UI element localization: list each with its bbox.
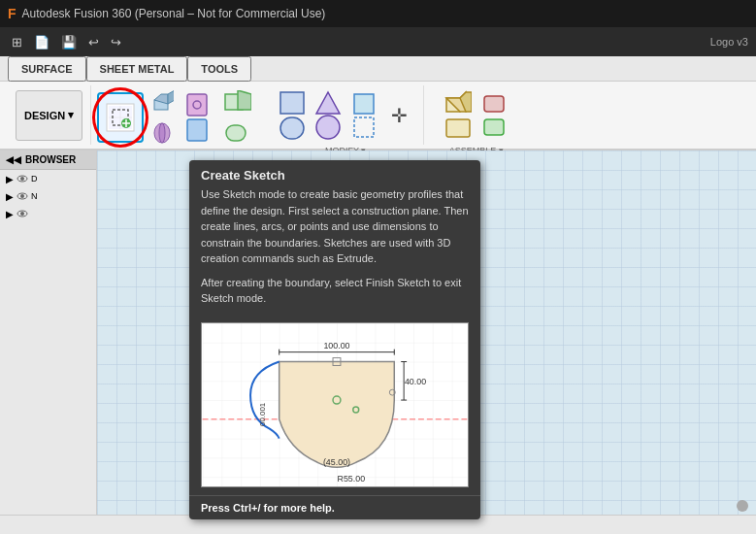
svg-rect-30 [484, 119, 504, 135]
save-button[interactable]: 💾 [57, 33, 81, 51]
tab-tools[interactable]: TOOLS [187, 56, 251, 82]
revolve-button[interactable] [148, 118, 177, 148]
svg-marker-17 [238, 90, 251, 110]
tooltip-text-2: After creating the boundary, select Fini… [201, 275, 469, 307]
expand-icon-2: ▶ [6, 209, 14, 219]
new-button[interactable]: 📄 [30, 33, 53, 51]
grid-menu-button[interactable]: ⊞ [8, 33, 26, 51]
modify-btn-3[interactable] [347, 87, 380, 144]
assemble-btn-2[interactable] [477, 87, 510, 144]
eye-icon [16, 173, 28, 184]
tooltip-footer: Press Ctrl+/ for more help. [189, 495, 480, 519]
svg-rect-29 [484, 96, 504, 112]
svg-rect-28 [446, 119, 470, 137]
modify-btn-2[interactable] [312, 87, 345, 144]
svg-marker-10 [168, 90, 174, 104]
create-btn-2[interactable] [221, 118, 254, 148]
browser-label-1: N [31, 191, 38, 201]
ribbon-content: DESIGN ▾ [0, 82, 756, 150]
tooltip-text-1: Use Sketch mode to create basic geometry… [201, 186, 469, 267]
expand-icon: ▶ [6, 174, 14, 184]
eye-icon-2 [16, 208, 28, 219]
title-bar: F Autodesk Fusion 360 (Personal – Not fo… [0, 0, 756, 27]
svg-text:40.00: 40.00 [405, 377, 426, 386]
tooltip-title: Create Sketch [189, 160, 480, 186]
browser-header: ◀◀ BROWSER [0, 150, 96, 170]
app-icon: F [8, 6, 16, 21]
sketch-icon [105, 102, 136, 133]
sketch-svg: 100.00 40.00 (45.00) R55.00 00.001 [202, 323, 468, 486]
svg-rect-19 [280, 92, 304, 114]
svg-point-32 [20, 177, 24, 181]
tooltip-body: Use Sketch mode to create basic geometry… [189, 186, 480, 315]
create-sketch-highlight [97, 92, 144, 143]
svg-text:(45.00): (45.00) [323, 457, 350, 467]
canvas[interactable]: Create Sketch Use Sketch mode to create … [97, 150, 756, 534]
tooltip-sketch-preview: 100.00 40.00 (45.00) R55.00 00.001 [201, 322, 469, 487]
tab-surface[interactable]: SURFACE [8, 56, 86, 82]
title-text: Autodesk Fusion 360 (Personal – Not for … [22, 7, 326, 20]
modify-btn-1[interactable] [276, 87, 309, 144]
design-button[interactable]: DESIGN ▾ [16, 90, 82, 141]
more-create-buttons [148, 87, 177, 148]
svg-point-36 [20, 212, 24, 216]
svg-rect-24 [354, 117, 374, 137]
create-sketch-group: CREATE ▾ [93, 85, 258, 145]
browser-item-2[interactable]: ▶ [0, 205, 96, 222]
assemble-group: ASSEMBLE ▾ [434, 85, 518, 145]
extrude-button[interactable] [148, 87, 177, 117]
browser-title: BROWSER [25, 154, 76, 165]
svg-point-34 [20, 194, 24, 198]
svg-marker-21 [316, 92, 340, 114]
svg-text:100.00: 100.00 [323, 340, 349, 350]
toolbar: SURFACE SHEET METAL TOOLS DESIGN ▾ [0, 56, 756, 150]
create-btn-1[interactable] [221, 87, 254, 117]
undo-button[interactable]: ↩ [84, 33, 103, 51]
browser-item-0[interactable]: ▶ D [0, 170, 96, 187]
browser-item-1[interactable]: ▶ N [0, 187, 96, 205]
main-area: ◀◀ BROWSER ▶ D ▶ N ▶ [0, 150, 756, 534]
modify-group: ✛ MODIFY ▾ [268, 85, 424, 145]
tooltip-popup: Create Sketch Use Sketch mode to create … [189, 160, 480, 519]
logo-label: Logo v3 [710, 36, 748, 48]
expand-icon-1: ▶ [6, 191, 14, 202]
collapse-icon[interactable]: ◀◀ [6, 154, 21, 165]
create-sketch-button[interactable] [97, 92, 144, 143]
pattern-button[interactable] [181, 89, 214, 146]
eye-icon-1 [16, 190, 28, 202]
assemble-btn-1[interactable] [442, 87, 475, 144]
svg-point-12 [159, 123, 165, 143]
browser-panel: ◀◀ BROWSER ▶ D ▶ N ▶ [0, 150, 97, 534]
status-indicator [737, 500, 748, 512]
more-create-btns [221, 87, 254, 148]
quick-access-toolbar: ⊞ 📄 💾 ↩ ↪ Logo v3 [0, 27, 756, 56]
tab-sheet-metal[interactable]: SHEET METAL [86, 56, 188, 82]
svg-rect-18 [226, 125, 246, 141]
redo-button[interactable]: ↪ [107, 33, 125, 51]
svg-rect-13 [187, 94, 207, 116]
svg-rect-23 [354, 94, 374, 114]
svg-text:R55.00: R55.00 [337, 474, 365, 484]
browser-label-0: D [31, 174, 38, 184]
design-group: DESIGN ▾ [8, 85, 91, 145]
create-buttons-row [181, 89, 214, 146]
svg-rect-20 [280, 117, 304, 139]
design-label: DESIGN [24, 110, 65, 121]
svg-text:00.001: 00.001 [258, 402, 267, 425]
svg-rect-15 [187, 119, 207, 141]
ribbon-tab-bar: SURFACE SHEET METAL TOOLS [0, 56, 756, 82]
design-arrow: ▾ [68, 109, 74, 121]
svg-point-22 [316, 116, 340, 139]
move-btn[interactable]: ✛ [383, 96, 415, 135]
